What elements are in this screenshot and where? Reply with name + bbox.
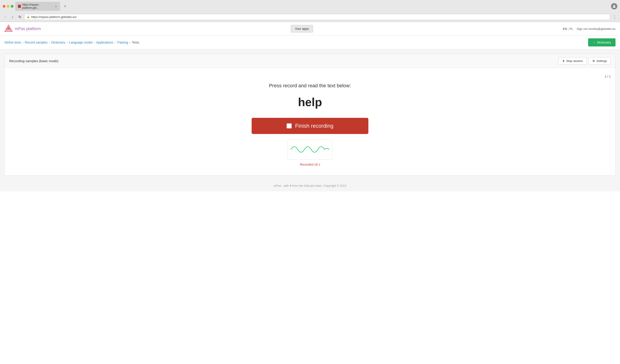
stop-session-label: Stop session (566, 59, 583, 63)
panel-header-actions: ⏸ Stop session ⚙ Settings (558, 57, 611, 65)
waveform-svg (290, 142, 330, 157)
reload-btn[interactable]: ↻ (17, 14, 22, 20)
word-to-read: help (298, 95, 322, 109)
page-counter: 1 / 1 (605, 75, 611, 78)
recording-panel-header: Recording samples (basic mode) ⏸ Stop se… (5, 54, 615, 68)
address-bar-row: ‹ › ↻ 🔒 https://mpass-platform.gidolabs.… (0, 13, 620, 22)
breadcrumb-item-dictionary[interactable]: Dictionary (51, 41, 65, 44)
tab-title: https://mpass-platform.gid... (22, 3, 53, 9)
ssl-lock-icon: 🔒 (27, 15, 30, 18)
browser-chrome: https://mpass-platform.gid... ✕ + ‹ › ↻ … (0, 0, 620, 22)
waveform-display (288, 139, 332, 160)
breadcrumb: Define texts › Record samples › Dictiona… (4, 41, 139, 44)
pause-icon: ⏸ (562, 59, 565, 63)
stop-session-button[interactable]: ⏸ Stop session (558, 57, 587, 65)
recording-panel-title: Recording samples (basic mode) (9, 59, 58, 63)
dictionary-btn-arrow: → (593, 41, 596, 44)
svg-point-0 (614, 5, 615, 6)
tab-favicon (18, 5, 21, 8)
tab-close-icon[interactable]: ✕ (55, 5, 58, 8)
url-bar[interactable]: 🔒 https://mpass-platform.gidolabs.eu/ (24, 14, 610, 20)
breadcrumb-item-record-samples[interactable]: Record samples (25, 41, 47, 44)
breadcrumb-item-define-texts[interactable]: Define texts (4, 41, 21, 44)
breadcrumb-item-language-model[interactable]: Language model (69, 41, 92, 44)
recording-panel: Recording samples (basic mode) ⏸ Stop se… (4, 54, 616, 176)
breadcrumb-nav: Define texts › Record samples › Dictiona… (0, 36, 620, 49)
lang-pl[interactable]: PL (570, 27, 573, 30)
breadcrumb-sep-4: › (94, 41, 95, 44)
user-account-icon[interactable] (611, 3, 617, 9)
gear-icon: ⚙ (592, 59, 595, 63)
app-title-text: mPas platform (15, 27, 41, 31)
browser-menu-btn[interactable]: ⋮ (612, 14, 617, 20)
new-tab-btn[interactable]: + (62, 3, 68, 9)
breadcrumb-item-tests: Tests (132, 41, 139, 44)
breadcrumb-sep-2: › (49, 41, 50, 44)
instruction-text: Press record and read the text below: (269, 83, 351, 89)
minimize-window-btn[interactable] (7, 5, 9, 8)
finish-recording-button[interactable]: Finish recording (252, 118, 368, 134)
maximize-window-btn[interactable] (11, 5, 14, 8)
dictionary-btn-label: Dictionary (597, 41, 611, 44)
url-text: https://mpass-platform.gidolabs.eu/ (31, 15, 77, 19)
settings-label: Settings (596, 59, 607, 63)
forward-btn[interactable]: › (10, 14, 15, 20)
footer-text: mPas - with ♥ from the GidLabs team. Cop… (274, 184, 346, 187)
main-content: Recording samples (basic mode) ⏸ Stop se… (0, 49, 620, 180)
logo-icon (4, 25, 13, 33)
header-right: EN | PL Sign out monika@gidolabs.eu (563, 27, 616, 30)
your-apps-button[interactable]: Your apps (291, 25, 313, 32)
close-window-btn[interactable] (3, 5, 5, 8)
breadcrumb-sep-5: › (114, 41, 116, 44)
app-logo: mPas platform (4, 25, 41, 33)
stop-square-icon (287, 123, 292, 128)
recorded-time: Recorded 18 s (300, 163, 320, 166)
back-btn[interactable]: ‹ (3, 14, 8, 20)
language-switcher: EN | PL (563, 27, 573, 30)
finish-recording-label: Finish recording (295, 123, 334, 129)
lang-separator: | (568, 27, 569, 30)
breadcrumb-item-applications[interactable]: Applications (96, 41, 113, 44)
app-footer: mPas - with ♥ from the GidLabs team. Cop… (0, 180, 620, 191)
breadcrumb-sep-1: › (22, 41, 24, 44)
settings-button[interactable]: ⚙ Settings (589, 57, 611, 65)
breadcrumb-item-training[interactable]: Training (117, 41, 128, 44)
breadcrumb-sep-3: › (67, 41, 68, 44)
window-controls (3, 5, 14, 8)
app-wrapper: mPas platform Your apps EN | PL Sign out… (0, 22, 620, 364)
dictionary-button[interactable]: → Dictionary (588, 38, 616, 46)
recording-body: 1 / 1 Press record and read the text bel… (5, 68, 615, 175)
breadcrumb-sep-6: › (129, 41, 131, 44)
browser-tab[interactable]: https://mpass-platform.gid... ✕ (15, 2, 60, 11)
lang-en[interactable]: EN (563, 27, 567, 30)
app-header: mPas platform Your apps EN | PL Sign out… (0, 22, 620, 36)
signout-link[interactable]: Sign out monika@gidolabs.eu (577, 27, 616, 30)
